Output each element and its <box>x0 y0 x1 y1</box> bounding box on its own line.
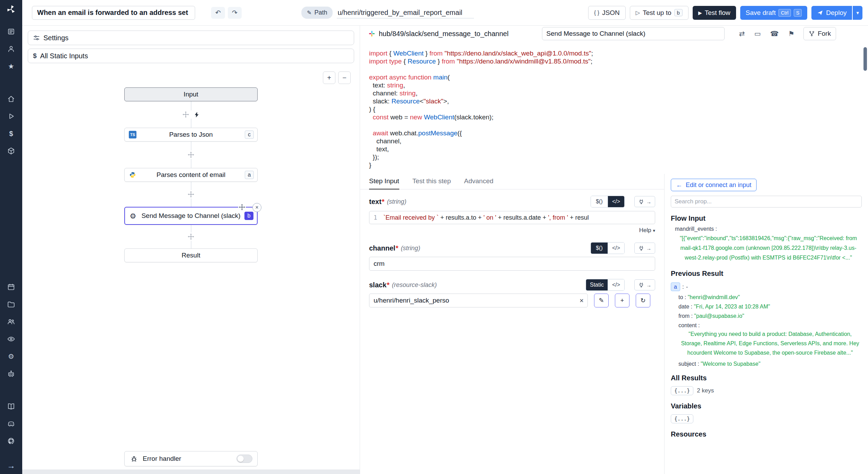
deploy-dropdown-button[interactable]: ▾ <box>853 6 862 20</box>
result-entry-from[interactable]: from : "paul@supabase.io" <box>678 313 862 319</box>
flow-canvas[interactable]: + − Input <box>22 63 360 474</box>
discord-icon[interactable] <box>7 419 16 428</box>
result-entry-content[interactable]: content : "Everything you need to build … <box>678 322 862 358</box>
play-icon[interactable] <box>7 112 16 121</box>
flow-node-result[interactable]: Result <box>124 248 258 262</box>
gear-icon[interactable]: ⚙ <box>7 352 16 361</box>
zoom-in-button[interactable]: + <box>323 71 335 84</box>
collapse-sidebar-icon[interactable]: → <box>7 461 15 471</box>
error-handler-toggle[interactable] <box>236 455 252 463</box>
tab-step-input[interactable]: Step Input <box>369 177 399 189</box>
required-mark: * <box>387 281 390 289</box>
settings-section[interactable]: Settings <box>28 31 354 45</box>
flow-input-key[interactable]: mandrill_events : <box>675 226 862 232</box>
tab-advanced[interactable]: Advanced <box>464 177 494 189</box>
node-badge-a: a <box>245 171 254 179</box>
code-editor[interactable]: import { WebClient } from "https://deno.… <box>360 42 868 174</box>
trigger-bolt-icon[interactable] <box>193 111 200 118</box>
text-mode-toggle: $() </> <box>591 196 625 208</box>
news-icon[interactable] <box>7 27 16 36</box>
result-a-badge[interactable]: a <box>671 282 680 291</box>
slack-static-button[interactable]: Static <box>586 279 608 290</box>
result-entry-date[interactable]: date : "Fri, Apr 14, 2023 at 10:28 AM" <box>678 304 862 310</box>
edit-connect-button[interactable]: ←Edit or connect an input <box>671 179 757 191</box>
delete-node-button[interactable]: × <box>252 203 261 212</box>
zoom-out-button[interactable]: − <box>338 71 351 84</box>
sliders-icon <box>33 34 40 41</box>
sync-icon[interactable]: ⇄ <box>739 29 745 38</box>
text-connect-button[interactable]: → <box>634 196 655 207</box>
move-node-icon[interactable] <box>187 233 194 240</box>
dollar-icon[interactable]: $ <box>7 129 16 138</box>
deploy-button[interactable]: Deploy <box>811 6 852 20</box>
cube-icon[interactable] <box>7 146 16 155</box>
text-code-button[interactable]: </> <box>608 196 624 207</box>
step-title-input[interactable] <box>542 27 725 40</box>
flag-icon[interactable]: ⚑ <box>788 29 794 38</box>
flow-input-value[interactable]: "[{"event":"inbound","ts":1683819426,"ms… <box>675 234 862 263</box>
error-handler-node[interactable]: Error handler <box>124 451 258 466</box>
slack-connect-button[interactable]: → <box>634 279 655 290</box>
help-link[interactable]: Help ▾ <box>639 227 655 234</box>
book-icon[interactable] <box>7 402 16 411</box>
context-panel: ←Edit or connect an input Flow Input man… <box>665 174 868 474</box>
flow-node-parses-content[interactable]: Parses content of email a <box>124 168 258 182</box>
move-node-icon[interactable] <box>187 151 194 158</box>
vertical-scrollbar[interactable] <box>863 47 867 71</box>
robot-icon[interactable] <box>7 369 16 378</box>
hub-script-path[interactable]: hub/849/slack/send_message_to_channel <box>379 30 509 38</box>
windmill-logo[interactable] <box>6 4 16 15</box>
refresh-resource-button[interactable]: ↻ <box>636 294 650 307</box>
eye-icon[interactable] <box>7 335 16 344</box>
star-icon[interactable]: ★ <box>7 62 16 71</box>
clear-resource-icon[interactable]: × <box>579 297 584 305</box>
undo-button[interactable]: ↶ <box>211 7 225 19</box>
folder-icon[interactable] <box>7 300 16 309</box>
tab-test-this-step[interactable]: Test this step <box>412 177 451 189</box>
path-button[interactable]: ✎Path <box>301 7 333 19</box>
flow-node-parses-to-json[interactable]: TS Parses to Json c <box>124 128 258 142</box>
flow-title-input[interactable] <box>32 6 195 20</box>
add-resource-button[interactable]: + <box>615 294 629 307</box>
flow-node-send-message[interactable]: × ⚙ Send Message to Channel (slack) b <box>124 207 258 225</box>
slack-resource-input[interactable] <box>369 294 588 307</box>
ctrl-key-badge: Ctrl <box>778 9 791 17</box>
plug-icon <box>638 282 644 288</box>
deploy-icon <box>817 10 823 16</box>
test-flow-button[interactable]: ▶Test flow <box>693 6 736 20</box>
text-template-button[interactable]: $() <box>591 196 608 207</box>
redo-button[interactable]: ↷ <box>228 7 242 19</box>
result-entry-to[interactable]: to : "henri@windmill.dev" <box>678 294 862 301</box>
variables-expand[interactable]: {...} <box>671 414 693 423</box>
move-node-icon[interactable] <box>187 191 194 198</box>
edit-resource-button[interactable]: ✎ <box>594 294 609 307</box>
channel-template-button[interactable]: $() <box>591 243 608 254</box>
channel-input[interactable] <box>369 257 655 271</box>
users-icon[interactable] <box>7 317 16 326</box>
all-results-expand[interactable]: {...} <box>671 386 693 395</box>
json-button[interactable]: { }JSON <box>588 6 626 20</box>
all-results-keys: 2 keys <box>697 387 714 394</box>
channel-connect-button[interactable]: → <box>634 243 655 254</box>
move-node-icon[interactable] <box>238 203 246 211</box>
fork-button[interactable]: Fork <box>803 27 836 40</box>
path-value[interactable]: u/henri/triggered_by_email_report_email <box>337 7 474 18</box>
slack-code-button[interactable]: </> <box>608 279 624 290</box>
window-icon[interactable]: ▭ <box>754 29 761 38</box>
home-icon[interactable] <box>7 94 16 103</box>
save-draft-button[interactable]: Save draftCtrlS <box>740 6 808 20</box>
move-node-icon[interactable] <box>182 111 189 118</box>
prop-search-input[interactable] <box>671 196 862 208</box>
line-number: 1 <box>374 214 377 221</box>
user-icon[interactable] <box>7 44 16 53</box>
text-expression-editor[interactable]: 1 `Email received by ` + results.a.to + … <box>369 211 655 224</box>
phone-icon[interactable]: ☎ <box>770 29 779 38</box>
github-icon[interactable] <box>7 437 16 446</box>
channel-code-button[interactable]: </> <box>608 243 624 254</box>
static-inputs-section[interactable]: $ All Static Inputs <box>28 49 354 63</box>
calendar-icon[interactable] <box>7 282 16 291</box>
test-up-to-button[interactable]: ▷Test up tob <box>630 6 688 20</box>
flow-node-input[interactable]: Input <box>124 87 258 101</box>
result-entry-subject[interactable]: subject : "Welcome to Supabase" <box>678 361 862 367</box>
horizontal-scrollbar[interactable] <box>22 469 360 474</box>
